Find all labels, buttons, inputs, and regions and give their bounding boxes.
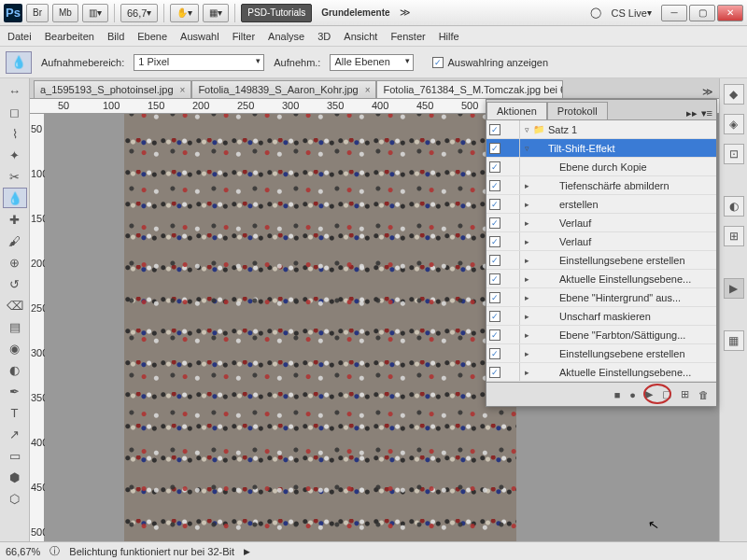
- action-step[interactable]: ✓▸Ebene "Farbton/Sättigung...: [486, 326, 716, 344]
- path-tool[interactable]: ↗: [3, 424, 27, 444]
- type-tool[interactable]: T: [3, 402, 27, 423]
- cursor-icon: ↖: [647, 516, 661, 533]
- actions-tab[interactable]: Aktionen: [486, 102, 547, 119]
- menu-analyse[interactable]: Analyse: [268, 31, 304, 42]
- menu-ansicht[interactable]: Ansicht: [344, 31, 377, 42]
- sampling-ring-checkbox[interactable]: ✓: [432, 57, 444, 68]
- layers-icon[interactable]: ◆: [724, 84, 744, 105]
- dodge-tool[interactable]: ◐: [3, 359, 27, 380]
- cslive-icon: ◯: [590, 7, 601, 19]
- action-step[interactable]: ✓▸Verlauf: [486, 232, 716, 251]
- minimize-button[interactable]: ─: [661, 5, 687, 21]
- close-icon[interactable]: ×: [365, 85, 371, 95]
- marquee-tool[interactable]: ◻: [3, 102, 27, 122]
- action-step[interactable]: ✓▸Einstellungsebene erstellen: [486, 344, 716, 363]
- workspace-primary[interactable]: PSD-Tutorials: [241, 4, 312, 22]
- tab-1[interactable]: a_1595193_S_photoinsel.jpg×: [34, 80, 191, 98]
- menu-hilfe[interactable]: Hilfe: [439, 31, 459, 42]
- minibridge-button[interactable]: Mb: [52, 4, 78, 22]
- status-arrow-icon[interactable]: ▶: [244, 547, 250, 556]
- 3d-camera-tool[interactable]: ⬡: [3, 488, 27, 509]
- record-icon[interactable]: ●: [629, 389, 636, 400]
- menubar: Datei Bearbeiten Bild Ebene Auswahl Filt…: [0, 26, 747, 47]
- menu-fenster[interactable]: Fenster: [390, 31, 425, 42]
- stop-icon[interactable]: ■: [614, 389, 621, 400]
- menu-3d[interactable]: 3D: [317, 31, 331, 42]
- action-step[interactable]: ✓Ebene durch Kopie: [486, 158, 716, 176]
- wand-tool[interactable]: ✦: [3, 145, 27, 165]
- 3d-tool[interactable]: ⬢: [3, 467, 27, 487]
- titlebar: Ps Br Mb ▥▾ 66,7 ▾ ✋▾ ▦▾ PSD-Tutorials G…: [0, 0, 747, 26]
- menu-bild[interactable]: Bild: [107, 31, 124, 42]
- statusbar: 66,67% ⓘ Belichtung funktioniert nur bei…: [0, 541, 747, 560]
- shape-tool[interactable]: ▭: [3, 445, 27, 466]
- lasso-tool[interactable]: ⌇: [3, 123, 27, 144]
- eyedropper-tool-icon[interactable]: 💧: [6, 51, 32, 74]
- maximize-button[interactable]: ▢: [689, 5, 715, 21]
- status-zoom[interactable]: 66,67%: [6, 546, 40, 557]
- app-logo: Ps: [4, 4, 22, 22]
- menu-datei[interactable]: Datei: [7, 31, 32, 42]
- ruler-vertical: 50100150200250300350400450500: [30, 114, 45, 541]
- eraser-tool[interactable]: ⌫: [3, 295, 27, 315]
- channels-icon[interactable]: ◈: [724, 114, 744, 134]
- menu-filter[interactable]: Filter: [233, 31, 255, 42]
- action-step[interactable]: ✓▸Aktuelle Einstellungsebene...: [486, 363, 716, 382]
- close-button[interactable]: ✕: [717, 5, 743, 21]
- view-button[interactable]: ▦▾: [203, 4, 229, 22]
- history-brush-tool[interactable]: ↺: [3, 273, 27, 294]
- adjustments-icon[interactable]: ◐: [724, 196, 744, 217]
- workspace-more-icon[interactable]: ≫: [400, 7, 411, 19]
- annotation-circle: [643, 384, 671, 404]
- heal-tool[interactable]: ✚: [3, 209, 27, 230]
- action-step[interactable]: ✓▸Unscharf maskieren: [486, 307, 716, 326]
- actions-footer: ■ ● ▶ ▢ ⊞ 🗑: [486, 382, 716, 406]
- document-tabs: a_1595193_S_photoinsel.jpg× Fotolia_1498…: [30, 78, 719, 99]
- trash-icon[interactable]: 🗑: [698, 389, 709, 400]
- menu-ebene[interactable]: Ebene: [137, 31, 167, 42]
- tab-3[interactable]: Fotolia_761384_S_M.Tomczak.jpg bei 66,7%…: [376, 80, 563, 98]
- sample-layers-select[interactable]: Alle Ebenen: [330, 54, 414, 71]
- crop-tool[interactable]: ✂: [3, 166, 27, 187]
- actions-panel: Aktionen Protokoll ▸▸▾≡ ✓▿📁Satz 1✓▿Tilt-…: [486, 99, 717, 407]
- action-step[interactable]: ✓▸Verlauf: [486, 214, 716, 232]
- hand-tool-button[interactable]: ✋▾: [170, 4, 199, 22]
- bridge-button[interactable]: Br: [26, 4, 49, 22]
- action-step[interactable]: ✓▸Tiefenschärfe abmildern: [486, 176, 716, 195]
- actions-icon[interactable]: ▶: [724, 278, 744, 299]
- tab-2[interactable]: Fotolia_149839_S_Aaron_Kohr.jpg×: [191, 80, 376, 98]
- tabs-overflow-icon[interactable]: ≫: [697, 86, 719, 98]
- new-action-icon[interactable]: ⊞: [681, 388, 689, 400]
- paths-icon[interactable]: ⊡: [724, 144, 744, 164]
- swatches-icon[interactable]: ▦: [724, 330, 744, 351]
- action-set[interactable]: ✓▿📁Satz 1: [486, 120, 716, 139]
- styles-icon[interactable]: ⊞: [724, 226, 744, 246]
- action-step[interactable]: ✓▸Ebene "Hintergrund" aus...: [486, 288, 716, 307]
- collapse-icon[interactable]: ▸▸: [686, 107, 698, 119]
- flyout-menu-icon[interactable]: ▾≡: [701, 107, 712, 119]
- move-tool[interactable]: ↔: [3, 80, 27, 101]
- stamp-tool[interactable]: ⊕: [3, 252, 27, 273]
- action-step[interactable]: ✓▸Einstellungsebene erstellen: [486, 251, 716, 270]
- gradient-tool[interactable]: ▤: [3, 316, 27, 337]
- layout-button[interactable]: ▥▾: [82, 4, 108, 22]
- pen-tool[interactable]: ✒: [3, 381, 27, 401]
- brush-tool[interactable]: 🖌: [3, 231, 27, 251]
- menu-auswahl[interactable]: Auswahl: [180, 31, 219, 42]
- blur-tool[interactable]: ◉: [3, 338, 27, 358]
- eyedropper-tool[interactable]: 💧: [3, 188, 27, 208]
- sampling-ring-label: Auswahlring anzeigen: [447, 57, 548, 68]
- action-selected[interactable]: ✓▿Tilt-Shift-Effekt: [486, 139, 716, 158]
- sample-size-select[interactable]: 1 Pixel: [134, 54, 264, 71]
- sample-layers-label: Aufnehm.:: [274, 57, 320, 68]
- zoom-level[interactable]: 66,7 ▾: [120, 4, 158, 22]
- action-step[interactable]: ✓▸erstellen: [486, 195, 716, 214]
- cslive-button[interactable]: CS Live ▾: [605, 4, 657, 22]
- menu-bearbeiten[interactable]: Bearbeiten: [45, 31, 94, 42]
- close-icon[interactable]: ×: [180, 85, 186, 95]
- status-message: Belichtung funktioniert nur bei 32-Bit: [69, 546, 234, 557]
- document-image: [124, 114, 516, 541]
- action-step[interactable]: ✓▸Aktuelle Einstellungsebene...: [486, 270, 716, 288]
- workspace-sub[interactable]: Grundelemente: [316, 4, 395, 22]
- history-tab[interactable]: Protokoll: [547, 102, 608, 119]
